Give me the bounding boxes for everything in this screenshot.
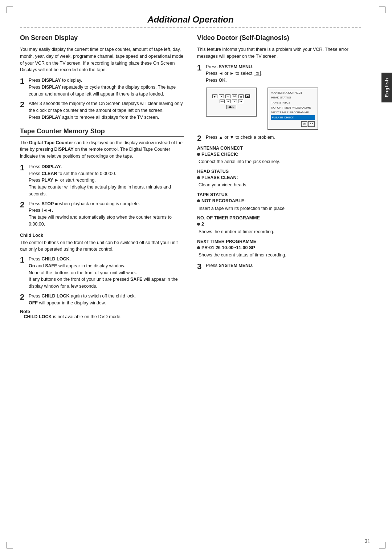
- child-lock-section: Child Lock The control buttons on the fr…: [20, 233, 184, 320]
- head-status-block: HEAD STATUS PLEASE CLEAN: Clean your vid…: [197, 169, 361, 189]
- head-status-title: HEAD STATUS: [197, 169, 361, 174]
- vd-step-3-content: Press SYSTEM MENU.: [206, 262, 253, 269]
- tape-status-text: Insert a tape with its protection tab in…: [197, 205, 361, 212]
- tv-diagram-bottom: ● ANTENNA CONNECT HEAD STATUS TAPE STATU…: [268, 88, 318, 130]
- tv-icon-stop: ■: [226, 100, 231, 103]
- antenna-connect-block: ANTENNA CONNECT PLEASE CHECK: Connect th…: [197, 146, 361, 165]
- antenna-connect-bullet: PLEASE CHECK:: [197, 151, 361, 158]
- no-of-timer-text: Shows the number of timer recording.: [197, 228, 361, 235]
- osd-step-2-content: After 3 seconds the majority of the On S…: [29, 100, 184, 121]
- vd-step-3-number: 3: [197, 262, 204, 271]
- vd-step-2: 2 Press ▲ or ▼ to check a problem.: [197, 134, 361, 143]
- vd-step-1-number: 1: [197, 64, 204, 84]
- bullet-dot-icon-3: [197, 199, 200, 202]
- bullet-dot-icon-5: [197, 246, 200, 249]
- tv-menu-no-timer: NO. OF TIMER PROGRAMME: [271, 105, 315, 110]
- osd-step-2-number: 2: [20, 100, 26, 121]
- tv-icon-sep: ⊣⊢: [238, 100, 243, 103]
- tape-status-block: TAPE STATUS NOT RECORDABLE: Insert a tap…: [197, 192, 361, 212]
- on-screen-display-intro: You may easily display the current time …: [20, 46, 184, 73]
- antenna-connect-text: Connect the aerial into the jack securel…: [197, 158, 361, 165]
- tape-counter-section: Tape Counter Memory Stop The Digital Tap…: [20, 127, 184, 228]
- cl-step-1-number: 1: [20, 256, 26, 290]
- tv-icons-row: ▶ ✦ ⊕ DVD ▦ ◼: [212, 94, 250, 98]
- main-content: On Screen Display You may easily display…: [20, 34, 361, 319]
- vd-step-2-content: Press ▲ or ▼ to check a problem.: [206, 134, 275, 143]
- tv-icon-dvd: DVD: [232, 94, 237, 98]
- tv-menu-tape: TAPE STATUS: [271, 100, 315, 105]
- no-of-timer-block: NO. OF TIMER PROGRAMME 2 Shows the numbe…: [197, 215, 361, 235]
- tape-status-bullet: NOT RECORDABLE:: [197, 198, 361, 204]
- tv-icon-fwd: ►: [232, 100, 237, 103]
- tc-step-1: 1 Press DISPLAY. Press CLEAR to set the …: [20, 163, 184, 198]
- tv-icon-selected: ◼: [245, 94, 250, 98]
- tv-screen-menu: ● ANTENNA CONNECT HEAD STATUS TAPE STATU…: [268, 88, 318, 130]
- left-column: On Screen Display You may easily display…: [20, 34, 184, 319]
- tv-diagram-container: ▶ ✦ ⊕ DVD ▦ ◼ ◄◄ ■ ► ⊣⊢: [206, 88, 361, 130]
- osd-step-1: 1 Press DISPLAY to display. Press DISPLA…: [20, 77, 184, 97]
- tc-step-2: 2 Press STOP ■ when playback or recordin…: [20, 200, 184, 228]
- tc-step-1-content: Press DISPLAY. Press CLEAR to set the co…: [29, 163, 184, 198]
- tc-step-2-number: 2: [20, 200, 26, 228]
- next-timer-bullet: PR-01 26 10:00~11:00 SP: [197, 245, 361, 251]
- osd-step-1-number: 1: [20, 77, 26, 97]
- head-status-bullet: PLEASE CLEAN:: [197, 175, 361, 181]
- bullet-dot-icon-2: [197, 176, 200, 179]
- tv-menu-next-timer: NEXT TIMER PROGRAMME: [271, 110, 315, 115]
- section-divider: [20, 27, 361, 28]
- tc-step-1-number: 1: [20, 163, 26, 198]
- tc-step-2-content: Press STOP ■ when playback or recording …: [29, 200, 184, 228]
- vd-step-1-content: Press SYSTEM MENU. Press ◄ or ► to selec…: [206, 64, 262, 84]
- cl-step-1-content: Press CHILD LOCK. On and SAFE will appea…: [29, 256, 184, 290]
- osd-step-1-content: Press DISPLAY to display. Press DISPLAY …: [29, 77, 184, 97]
- cl-step-2-content: Press CHILD LOCK again to switch off the…: [29, 293, 136, 307]
- osd-step-2: 2 After 3 seconds the majority of the On…: [20, 100, 184, 121]
- bullet-dot-icon: [197, 153, 200, 156]
- cl-step-2: 2 Press CHILD LOCK again to switch off t…: [20, 293, 184, 307]
- tape-counter-title: Tape Counter Memory Stop: [20, 127, 184, 137]
- tv-icon-osd: ⊕: [225, 94, 230, 98]
- tv-menu-please-check: PLEASE CHECK: [271, 115, 315, 120]
- on-screen-display-section: On Screen Display You may easily display…: [20, 34, 184, 121]
- cl-step-1: 1 Press CHILD LOCK. On and SAFE will app…: [20, 256, 184, 290]
- to-select-text: to select: [236, 71, 253, 76]
- next-timer-title: NEXT TIMER PROGRAMME: [197, 239, 361, 244]
- video-doctor-section: Video Doctor (Self-Diagnosis) This featu…: [197, 34, 361, 271]
- video-doctor-intro: This feature informs you that there is a…: [197, 46, 361, 60]
- antenna-connect-title: ANTENNA CONNECT: [197, 146, 361, 151]
- tv-btn-ok: OK: [301, 121, 307, 126]
- tape-status-title: TAPE STATUS: [197, 192, 361, 197]
- tv-screen-top: ▶ ✦ ⊕ DVD ▦ ◼ ◄◄ ■ ► ⊣⊢: [206, 88, 257, 117]
- tv-bottom-nav: OK ▲▼: [271, 121, 315, 126]
- tv-diagram-top: ▶ ✦ ⊕ DVD ▦ ◼ ◄◄ ■ ► ⊣⊢: [206, 88, 257, 117]
- no-of-timer-title: NO. OF TIMER PROGRAMME: [197, 215, 361, 220]
- vd-step-3: 3 Press SYSTEM MENU.: [197, 262, 361, 271]
- english-tab: English: [381, 73, 392, 102]
- child-lock-intro: The control buttons on the front of the …: [20, 239, 184, 253]
- tv-menu-head: HEAD STATUS: [271, 95, 315, 100]
- vd-step-1: 1 Press SYSTEM MENU. Press ◄ or ► to sel…: [197, 64, 361, 84]
- vd-step-2-number: 2: [197, 134, 204, 143]
- video-doctor-title: Video Doctor (Self-Diagnosis): [197, 34, 361, 43]
- right-column: Video Doctor (Self-Diagnosis) This featu…: [197, 34, 361, 319]
- no-of-timer-bullet: 2: [197, 221, 361, 228]
- tv-counter-row: ◄◄ ■ ► ⊣⊢: [220, 100, 243, 103]
- tv-icon-star: ✦: [219, 94, 224, 98]
- bullet-dot-icon-4: [197, 223, 200, 226]
- tv-icon-rew: ◄◄: [220, 100, 225, 103]
- on-screen-display-title: On Screen Display: [20, 34, 184, 43]
- tape-counter-intro: The Digital Tape Counter can be displaye…: [20, 139, 184, 160]
- tv-btn-exit: ▲▼: [308, 121, 315, 126]
- tv-icon-play: ▶: [212, 94, 217, 98]
- next-timer-text: Shows the current status of timer record…: [197, 252, 361, 259]
- page-number: 31: [364, 538, 370, 544]
- tv-menu-antenna: ● ANTENNA CONNECT: [271, 90, 315, 96]
- tv-icon-grid: ▦: [238, 94, 244, 98]
- head-status-text: Clean your video heads.: [197, 182, 361, 189]
- cl-step-2-number: 2: [20, 293, 26, 307]
- tv-nav-row: ◄▶►: [226, 105, 237, 109]
- next-timer-block: NEXT TIMER PROGRAMME PR-01 26 10:00~11:0…: [197, 239, 361, 259]
- child-lock-note: Note – CHILD LOCK is not available on th…: [20, 309, 184, 319]
- child-lock-title: Child Lock: [20, 233, 184, 238]
- page-title: Additional Operation: [20, 15, 372, 25]
